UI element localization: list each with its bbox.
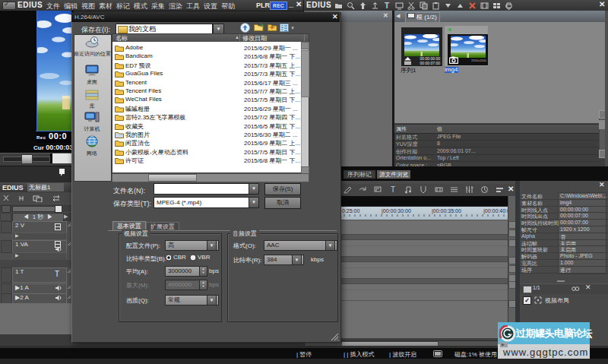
svg-text:T: T [391,185,395,194]
svg-text:T: T [385,2,389,10]
